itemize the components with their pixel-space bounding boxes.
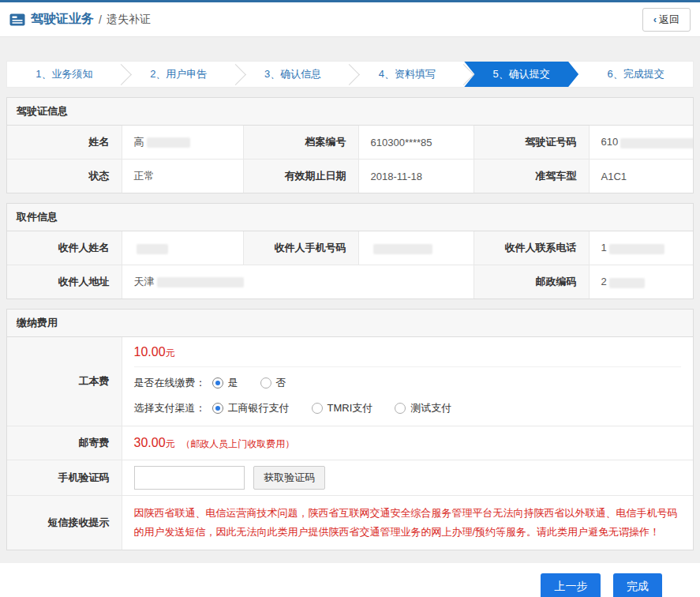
get-captcha-button[interactable]: 获取验证码 [253,466,325,490]
pay-channel-row: 选择支付渠道： 工商银行支付 TMRI支付 测试支付 [134,399,682,418]
step-5-confirm-submit[interactable]: 5、确认提交 [464,62,578,87]
step-1-business-notice[interactable]: 1、业务须知 [7,62,122,87]
table-row: 状态 正常 有效期止日期 2018-11-18 准驾车型 A1C1 [7,160,693,193]
step-label: 1、业务须知 [36,67,92,81]
step-label: 2、用户申告 [150,67,207,81]
radio-option-label: 是 [228,376,238,390]
breadcrumb: 驾驶证业务 / 遗失补证 [9,11,151,28]
step-label: 4、资料填写 [379,67,436,81]
cost-fee-content: 10.00元 是否在线缴费： 是 否 选择支付渠道： 工商银行支付 TMRI支付… [122,337,693,426]
table-row: 姓名 高 档案编号 610300****85 驾驶证号码 610 [7,126,693,160]
zip-code-label: 邮政编码 [474,265,589,299]
postage-fee-label: 邮寄费 [7,426,122,460]
redacted-text [147,137,190,148]
step-3-confirm-info[interactable]: 3、确认信息 [236,62,350,87]
radio-unchecked-icon[interactable] [260,377,271,389]
recipient-name-label: 收件人姓名 [7,231,122,265]
step-2-user-declaration[interactable]: 2、用户申告 [122,62,236,87]
online-pay-row: 是否在线缴费： 是 否 [134,374,682,392]
header: 驾驶证业务 / 遗失补证 ‹返回 [0,2,700,37]
channel-test-option[interactable]: 测试支付 [395,401,451,415]
channel-tmri-option[interactable]: TMRI支付 [312,401,373,415]
vehicle-class-value: A1C1 [589,160,693,193]
pay-channel-label: 选择支付渠道： [134,401,206,415]
online-pay-no-option[interactable]: 否 [260,376,286,390]
license-info-table: 姓名 高 档案编号 610300****85 驾驶证号码 610 状态 正常 有… [7,126,693,193]
online-pay-label: 是否在线缴费： [134,376,206,390]
currency-unit: 元 [166,347,175,359]
table-row: 短信接收提示 因陕西省联通、电信运营商技术问题，陕西省互联网交通安全综合服务管理… [7,496,693,550]
online-pay-yes-option[interactable]: 是 [212,376,238,390]
step-label: 3、确认信息 [264,67,321,81]
step-6-complete-submit[interactable]: 6、完成提交 [578,62,693,87]
redacted-text [137,244,168,254]
page-title: 驾驶证业务 [31,11,94,28]
step-4-fill-data[interactable]: 4、资料填写 [350,62,464,87]
status-label: 状态 [7,160,122,193]
vehicle-class-label: 准驾车型 [474,160,589,193]
sms-tip-label: 短信接收提示 [7,496,122,550]
expiry-label: 有效期止日期 [243,160,358,193]
recipient-mobile-value [358,231,474,265]
license-business-icon [9,13,25,26]
table-row: 收件人地址 天津 邮政编码 2 [7,265,693,299]
table-row: 邮寄费 30.00元 （邮政人员上门收取费用） [7,426,693,460]
license-info-section: 驾驶证信息 姓名 高 档案编号 610300****85 驾驶证号码 610 状… [6,97,694,193]
step-label: 5、确认提交 [493,67,550,81]
radio-option-label: 工商银行支付 [228,401,290,415]
postage-note: （邮政人员上门收取费用） [181,438,294,449]
captcha-input[interactable] [134,466,245,490]
pickup-info-section: 取件信息 收件人姓名 收件人手机号码 收件人联系电话 1 收件人地址 天津 邮政… [6,203,694,299]
step-label: 6、完成提交 [607,67,664,81]
fees-table: 工本费 10.00元 是否在线缴费： 是 否 选择支付渠道： 工商银行支付 TM… [7,337,693,550]
back-button-label: 返回 [659,13,679,25]
radio-checked-icon[interactable] [212,377,223,389]
expiry-value: 2018-11-18 [358,160,474,193]
postage-fee-content: 30.00元 （邮政人员上门收取费用） [122,426,693,460]
previous-step-button[interactable]: 上一步 [541,573,601,597]
radio-option-label: 测试支付 [410,401,451,415]
redacted-text [373,244,432,254]
radio-unchecked-icon[interactable] [395,403,406,414]
channel-icbc-option[interactable]: 工商银行支付 [212,401,290,415]
redacted-text [609,278,645,288]
pickup-info-title: 取件信息 [7,204,693,231]
table-row: 工本费 10.00元 是否在线缴费： 是 否 选择支付渠道： 工商银行支付 TM… [7,337,693,426]
recipient-name-value [122,231,243,265]
cost-fee-label: 工本费 [7,337,122,426]
radio-unchecked-icon[interactable] [312,403,323,414]
radio-checked-icon[interactable] [212,403,223,414]
redacted-text [157,277,244,287]
breadcrumb-separator: / [99,13,102,26]
recipient-address-label: 收件人地址 [7,265,122,299]
captcha-content: 获取验证码 [122,460,693,496]
recipient-address-value: 天津 [122,265,474,299]
name-value: 高 [122,126,243,160]
back-chevron-icon: ‹ [653,13,657,25]
table-row: 手机验证码 获取验证码 [7,460,693,496]
recipient-phone-label: 收件人联系电话 [474,231,589,265]
breadcrumb-current: 遗失补证 [107,13,151,27]
license-info-title: 驾驶证信息 [7,98,693,126]
fees-section: 缴纳费用 工本费 10.00元 是否在线缴费： 是 否 选择支付渠道： 工商银行… [6,309,694,550]
cost-fee-amount: 10.00元 [134,345,682,367]
footer-actions: 上一步 完成 [0,563,700,597]
zip-code-value: 2 [589,265,693,299]
sms-tip-content: 因陕西省联通、电信运营商技术问题，陕西省互联网交通安全综合服务管理平台无法向持陕… [122,496,693,550]
radio-option-label: 否 [276,376,286,390]
step-nav: 1、业务须知 2、用户申告 3、确认信息 4、资料填写 5、确认提交 6、完成提… [6,61,694,88]
pickup-info-table: 收件人姓名 收件人手机号码 收件人联系电话 1 收件人地址 天津 邮政编码 2 [7,231,693,298]
license-no-value: 610 [589,126,693,160]
file-no-label: 档案编号 [243,126,358,160]
sms-tip-text: 因陕西省联通、电信运营商技术问题，陕西省互联网交通安全综合服务管理平台无法向持陕… [134,504,682,542]
status-value: 正常 [122,160,243,193]
fees-title: 缴纳费用 [7,310,693,337]
redacted-text [609,244,664,254]
name-label: 姓名 [7,126,122,160]
back-button[interactable]: ‹返回 [642,8,691,32]
finish-button[interactable]: 完成 [613,573,662,597]
captcha-label: 手机验证码 [7,460,122,496]
file-no-value: 610300****85 [358,126,474,160]
radio-option-label: TMRI支付 [328,401,373,415]
table-row: 收件人姓名 收件人手机号码 收件人联系电话 1 [7,231,693,265]
